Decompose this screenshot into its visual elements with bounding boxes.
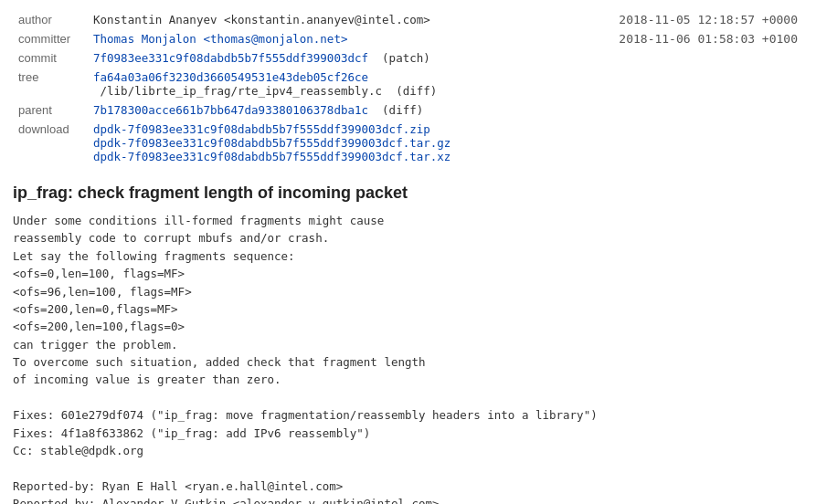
commit-title: ip_frag: check fragment length of incomi… <box>13 184 803 203</box>
parent-diff-label: (diff) <box>382 103 423 117</box>
commit-body: Under some conditions ill-formed fragmen… <box>13 212 803 504</box>
parent-row: parent 7b178300acce661b7bb647da933801063… <box>15 101 801 119</box>
tree-row: tree fa64a03a06f3230d3660549531e43deb05c… <box>15 68 801 100</box>
tree-diff-label: (diff) <box>396 84 437 98</box>
commit-label: commit <box>15 49 88 67</box>
download-targz-link[interactable]: dpdk-7f0983ee331c9f08dabdb5b7f555ddf3990… <box>93 136 450 150</box>
tree-value: fa64a03a06f3230d3660549531e43deb05cf26ce… <box>90 68 613 100</box>
tree-hash-link[interactable]: fa64a03a06f3230d3660549531e43deb05cf26ce <box>93 70 368 84</box>
tree-path: /lib/librte_ip_frag/rte_ipv4_reassembly.… <box>101 84 383 98</box>
commit-row: commit 7f0983ee331c9f08dabdb5b7f555ddf39… <box>15 49 801 67</box>
download-value: dpdk-7f0983ee331c9f08dabdb5b7f555ddf3990… <box>90 121 613 165</box>
parent-label: parent <box>15 101 88 119</box>
parent-hash-link[interactable]: 7b178300acce661b7bb647da93380106378dba1c <box>93 103 368 117</box>
author-label: author <box>15 11 88 28</box>
download-tarxz-link[interactable]: dpdk-7f0983ee331c9f08dabdb5b7f555ddf3990… <box>93 150 450 163</box>
committer-link[interactable]: Thomas Monjalon <thomas@monjalon.net> <box>93 32 347 46</box>
commit-value: 7f0983ee331c9f08dabdb5b7f555ddf399003dcf… <box>90 49 613 67</box>
meta-table: author Konstantin Ananyev <konstantin.an… <box>13 9 803 167</box>
download-label: download <box>15 121 88 165</box>
committer-date: 2018-11-06 01:58:03 +0100 <box>615 30 801 47</box>
tree-label: tree <box>15 68 88 100</box>
commit-hash-link[interactable]: 7f0983ee331c9f08dabdb5b7f555ddf399003dcf <box>93 51 368 65</box>
parent-value: 7b178300acce661b7bb647da93380106378dba1c… <box>90 101 613 119</box>
author-value: Konstantin Ananyev <konstantin.ananyev@i… <box>90 11 613 28</box>
author-row: author Konstantin Ananyev <konstantin.an… <box>15 11 801 28</box>
download-row: download dpdk-7f0983ee331c9f08dabdb5b7f5… <box>15 121 801 165</box>
committer-row: committer Thomas Monjalon <thomas@monjal… <box>15 30 801 47</box>
commit-patch-label: (patch) <box>382 51 430 65</box>
committer-value: Thomas Monjalon <thomas@monjalon.net> <box>90 30 613 47</box>
download-zip-link[interactable]: dpdk-7f0983ee331c9f08dabdb5b7f555ddf3990… <box>93 122 430 136</box>
author-date: 2018-11-05 12:18:57 +0000 <box>615 11 801 28</box>
committer-label: committer <box>15 30 88 47</box>
